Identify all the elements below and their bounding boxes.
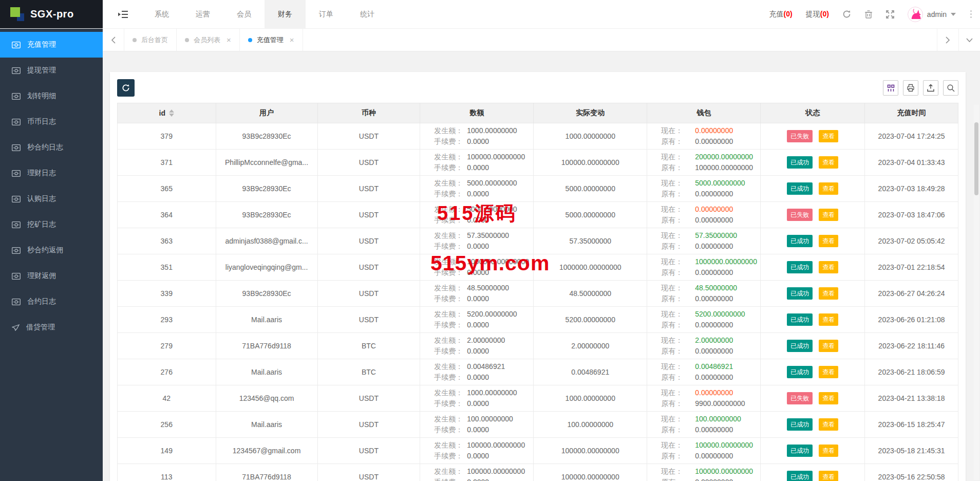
sidebar-item[interactable]: 理财日志: [0, 160, 103, 186]
view-button[interactable]: 查看: [819, 287, 838, 300]
sidebar-item[interactable]: 合约日志: [0, 289, 103, 314]
topnav-item[interactable]: 系统: [141, 0, 182, 28]
quick-recharge-count: (0): [784, 10, 793, 18]
view-button[interactable]: 查看: [819, 313, 838, 326]
cols-filter-icon[interactable]: [883, 80, 898, 96]
topnav-item-label: 运营: [196, 10, 210, 19]
user-menu[interactable]: admin: [908, 7, 956, 22]
view-button[interactable]: 查看: [819, 366, 838, 378]
sidebar: 充值管理 提现管理 划转明细 币币日志 秒合约日志 理财日志 认购日志 挖矿日志…: [0, 29, 103, 481]
tab[interactable]: 充值管理 ×: [240, 29, 303, 51]
cell-time: 2023-06-22 18:11:46: [865, 333, 958, 359]
table-row: 365 93B9c28930Ec USDT 发生额：5000.00000000 …: [118, 176, 958, 202]
username: admin: [927, 10, 947, 18]
topnav-item[interactable]: 会员: [223, 0, 265, 28]
quick-recharge-link[interactable]: 充值(0): [769, 10, 793, 19]
cell-user: Mail.aaris: [216, 307, 317, 333]
logo[interactable]: SGX-pro: [0, 0, 103, 28]
card-toolbar: [117, 79, 958, 97]
view-button[interactable]: 查看: [819, 445, 838, 457]
refresh-icon[interactable]: [842, 10, 851, 18]
cell-status: 已成功 查看: [761, 333, 865, 359]
sidebar-item-label: 挖矿日志: [27, 220, 56, 229]
cell-coin: USDT: [317, 307, 420, 333]
sidebar-item[interactable]: 币币日志: [0, 109, 103, 135]
search-icon[interactable]: [943, 80, 958, 96]
cell-user: 93B9c28930Ec: [216, 176, 317, 202]
status-badge: 已成功: [787, 156, 813, 169]
cell-coin: USDT: [317, 281, 420, 307]
topnav-item[interactable]: 订单: [306, 0, 347, 28]
sort-icon[interactable]: [169, 109, 174, 117]
sidebar-item-label: 认购日志: [27, 194, 56, 203]
cell-amount: 发生额：100000.00000000 手续费：0.0000: [420, 150, 534, 176]
cell-status: 已成功 查看: [761, 228, 865, 254]
view-button[interactable]: 查看: [819, 471, 838, 481]
cell-time: 2023-05-16 22:50:58: [865, 464, 958, 481]
sidebar-item[interactable]: 秒合约日志: [0, 135, 103, 160]
cell-time: 2023-07-03 18:49:28: [865, 176, 958, 202]
tab[interactable]: 会员列表 ×: [177, 29, 240, 51]
sidebar-item[interactable]: 理财返佣: [0, 263, 103, 289]
sidebar-item[interactable]: 认购日志: [0, 186, 103, 212]
cell-time: 2023-07-03 18:47:06: [865, 202, 958, 228]
view-button[interactable]: 查看: [819, 209, 838, 221]
sidebar-item[interactable]: 提现管理: [0, 58, 103, 83]
view-button[interactable]: 查看: [819, 182, 838, 195]
cell-change: 100000.00000000: [534, 438, 647, 464]
quick-withdraw-link[interactable]: 提现(0): [806, 10, 829, 19]
cell-id: 276: [118, 359, 216, 385]
column-header[interactable]: id: [118, 103, 216, 123]
fullscreen-icon[interactable]: [886, 10, 894, 18]
export-icon[interactable]: [923, 80, 938, 96]
view-button[interactable]: 查看: [819, 392, 838, 404]
trash-icon[interactable]: [864, 10, 873, 18]
tabs-menu-button[interactable]: [958, 29, 980, 51]
table-row: 293 Mail.aaris USDT 发生额：5200.00000000 手续…: [118, 307, 958, 333]
cell-user: 71BA776d9118: [216, 464, 317, 481]
cell-coin: USDT: [317, 438, 420, 464]
table-row: 149 1234567@gmail.com USDT 发生额：100000.00…: [118, 438, 958, 464]
collapse-menu-icon[interactable]: [118, 0, 128, 28]
cell-status: 已成功 查看: [761, 412, 865, 438]
tab-close-icon[interactable]: ×: [227, 36, 231, 44]
tabs-scroll-left-button[interactable]: [103, 29, 124, 51]
sidebar-item[interactable]: 秒合约返佣: [0, 237, 103, 263]
cell-coin: USDT: [317, 412, 420, 438]
view-button[interactable]: 查看: [819, 235, 838, 247]
cell-id: 379: [118, 123, 216, 150]
sidebar-item[interactable]: 充值管理: [0, 32, 103, 58]
topnav-item[interactable]: 财务: [265, 0, 306, 28]
table-refresh-button[interactable]: [117, 79, 135, 97]
view-button[interactable]: 查看: [819, 261, 838, 273]
more-vertical-icon[interactable]: [969, 10, 973, 18]
view-button[interactable]: 查看: [819, 418, 838, 431]
cell-amount: 发生额：5000.00000000 手续费：0.0000: [420, 176, 534, 202]
cell-wallet: 现在：1000000.00000000 原有：0.00000000: [647, 254, 761, 281]
topnav-item[interactable]: 运营: [182, 0, 223, 28]
cell-id: 149: [118, 438, 216, 464]
tab[interactable]: 后台首页: [124, 29, 177, 51]
cell-status: 已失败 查看: [761, 123, 865, 150]
column-header: 数额: [420, 103, 534, 123]
cell-wallet: 现在：0.00000000 原有：0.00000000: [647, 202, 761, 228]
print-icon[interactable]: [903, 80, 918, 96]
table-row: 363 adminjasf0388@gmail.c... USDT 发生额：57…: [118, 228, 958, 254]
cell-wallet: 现在：5000.00000000 原有：0.00000000: [647, 176, 761, 202]
view-button[interactable]: 查看: [819, 340, 838, 352]
topnav-item-label: 财务: [278, 10, 292, 19]
sidebar-item[interactable]: 划转明细: [0, 83, 103, 109]
topnav-item[interactable]: 统计: [347, 0, 388, 28]
sidebar-item[interactable]: 挖矿日志: [0, 212, 103, 237]
cell-user: Mail.aaris: [216, 412, 317, 438]
admin-app: SGX-pro 系统运营会员财务订单统计 充值(0) 提现(0) admin: [0, 0, 980, 481]
table-row: 279 71BA776d9118 BTC 发生额：2.00000000 手续费：…: [118, 333, 958, 359]
cell-coin: USDT: [317, 228, 420, 254]
view-button[interactable]: 查看: [819, 130, 838, 142]
page-scrollbar[interactable]: [974, 105, 979, 480]
tab-close-icon[interactable]: ×: [290, 36, 294, 44]
tabs-scroll-right-button[interactable]: [937, 29, 958, 51]
view-button[interactable]: 查看: [819, 156, 838, 169]
scrollbar-thumb[interactable]: [974, 122, 978, 195]
sidebar-item[interactable]: 借贷管理: [0, 314, 103, 340]
